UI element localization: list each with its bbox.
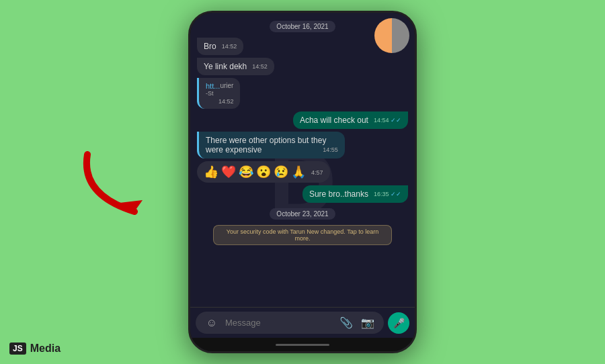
message-placeholder[interactable]: Message bbox=[225, 318, 333, 328]
mic-button[interactable]: 🎤 bbox=[388, 312, 409, 334]
msg-options-time: 14:55 bbox=[323, 146, 338, 153]
chat-area: D October 16, 2021 Bro 14:52 Ye link dek… bbox=[190, 13, 415, 351]
msg-sure-ticks: ✓✓ bbox=[391, 191, 401, 197]
message-input-field[interactable]: ☺ Message 📎 📷 bbox=[196, 312, 384, 334]
js-label: JS bbox=[9, 343, 26, 355]
chat-input-bar: ☺ Message 📎 📷 🎤 bbox=[190, 307, 415, 338]
emoji-bar-time: 4:57 bbox=[311, 169, 323, 176]
msg-options: There were other options but they were e… bbox=[197, 132, 345, 158]
msg-bro-text: Bro bbox=[204, 42, 216, 51]
camera-icon[interactable]: 📷 bbox=[360, 316, 376, 329]
msg-sure-text: Sure bro..thanks bbox=[309, 189, 368, 199]
msg-link-preview: htt...urier -St 14:52 bbox=[197, 78, 240, 109]
home-indicator bbox=[276, 344, 329, 346]
chat-messages: October 16, 2021 Bro 14:52 Ye link dekh … bbox=[190, 13, 415, 307]
emoji-shocked[interactable]: 😮 bbox=[256, 165, 271, 179]
msg-acha-text: Acha will check out bbox=[300, 116, 368, 125]
msg-acha: Acha will check out 14:54 ✓✓ bbox=[293, 111, 408, 129]
emoji-picker-icon[interactable]: ☺ bbox=[204, 317, 220, 329]
msg-link-time: 14:52 bbox=[218, 98, 234, 105]
msg-link-text: htt...urier bbox=[206, 82, 233, 90]
msg-bro-time: 14:52 bbox=[222, 43, 237, 50]
msg-sure: Sure bro..thanks 16:35 ✓✓ bbox=[302, 185, 408, 203]
emoji-laughing[interactable]: 😂 bbox=[239, 165, 253, 179]
msg-link-subtext: -St bbox=[206, 90, 233, 97]
msg-acha-time: 14:54 ✓✓ bbox=[374, 117, 401, 124]
date-badge-2: October 23, 2021 bbox=[270, 208, 335, 220]
msg-options-text: There were other options but they were e… bbox=[206, 136, 326, 154]
date-badge-1: October 16, 2021 bbox=[270, 21, 335, 32]
mic-icon: 🎤 bbox=[393, 318, 405, 328]
red-arrow-icon bbox=[67, 148, 175, 228]
deco-circle bbox=[374, 18, 409, 53]
emoji-reaction-bar[interactable]: 👍 ❤️ 😂 😮 😢 🙏 4:57 bbox=[197, 161, 330, 183]
msg-sure-time: 16:35 ✓✓ bbox=[374, 191, 401, 197]
msg-acha-ticks: ✓✓ bbox=[391, 117, 401, 124]
emoji-crying[interactable]: 😢 bbox=[274, 165, 288, 179]
emoji-thumbsup[interactable]: 👍 bbox=[204, 165, 218, 179]
phone-bottom-bar bbox=[190, 338, 415, 351]
emoji-pray[interactable]: 🙏 bbox=[291, 165, 306, 179]
msg-bro: Bro 14:52 bbox=[197, 38, 243, 55]
js-media-badge: JS Media bbox=[9, 343, 61, 355]
msg-link-dekh-text: Ye link dekh bbox=[204, 62, 247, 71]
emoji-heart[interactable]: ❤️ bbox=[221, 165, 236, 179]
msg-link-dekh: Ye link dekh 14:52 bbox=[197, 58, 274, 75]
attachment-icon[interactable]: 📎 bbox=[338, 316, 354, 329]
msg-link-dekh-time: 14:52 bbox=[252, 63, 268, 70]
phone-frame: D October 16, 2021 Bro 14:52 Ye link dek… bbox=[188, 11, 417, 353]
security-notice[interactable]: Your security code with Tarun New change… bbox=[213, 225, 393, 245]
media-label: Media bbox=[30, 343, 61, 355]
